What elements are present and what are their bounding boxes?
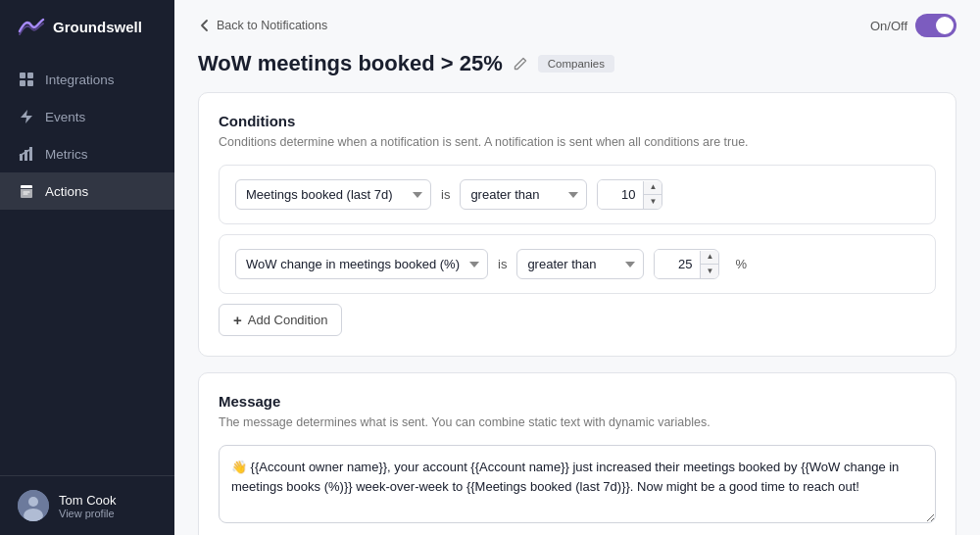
avatar <box>18 490 49 521</box>
toggle-area: On/Off <box>870 14 956 37</box>
message-textarea[interactable] <box>219 445 936 523</box>
metrics-label: Metrics <box>45 147 88 162</box>
back-label: Back to Notifications <box>217 19 327 32</box>
integrations-label: Integrations <box>45 73 115 87</box>
operator-select-1[interactable]: greater than <box>460 179 587 210</box>
user-info: Tom Cook View profile <box>59 493 117 519</box>
operator-select-2[interactable]: greater than <box>516 249 644 279</box>
message-desc: The message determines what is sent. You… <box>219 415 936 429</box>
value-input-wrap-2: ▲ ▼ <box>654 249 719 279</box>
edit-icon[interactable] <box>513 56 528 72</box>
toggle-label: On/Off <box>870 19 907 33</box>
value-input-wrap-1: ▲ ▼ <box>597 179 662 210</box>
add-condition-button[interactable]: + Add Condition <box>219 304 342 336</box>
on-off-toggle[interactable] <box>915 14 956 37</box>
percent-label: % <box>735 257 747 271</box>
message-card: Message The message determines what is s… <box>198 372 956 535</box>
add-condition-label: Add Condition <box>248 313 328 327</box>
sidebar-item-integrations[interactable]: Integrations <box>0 61 174 98</box>
sidebar-item-metrics[interactable]: Metrics <box>0 135 174 172</box>
topbar: Back to Notifications On/Off <box>174 0 980 47</box>
conditions-card: Conditions Conditions determine when a n… <box>198 92 956 357</box>
value-input-2[interactable] <box>655 250 700 278</box>
content-area: Conditions Conditions determine when a n… <box>174 92 980 535</box>
action-icon <box>18 182 35 200</box>
svg-rect-0 <box>20 73 25 78</box>
condition-row-2: WoW change in meetings booked (%) is gre… <box>219 234 936 294</box>
svg-rect-1 <box>27 73 33 78</box>
grid-icon <box>18 71 35 88</box>
message-title: Message <box>219 393 936 410</box>
spin-down-1[interactable]: ▼ <box>644 195 662 209</box>
sidebar-item-actions[interactable]: Actions <box>0 172 174 210</box>
spinner-1: ▲ ▼ <box>643 181 662 209</box>
value-input-1[interactable] <box>598 180 643 209</box>
main-content: Back to Notifications On/Off WoW meeting… <box>174 0 980 535</box>
plus-icon: + <box>233 312 242 328</box>
is-label-2: is <box>498 257 507 271</box>
conditions-title: Conditions <box>219 113 936 129</box>
svg-rect-2 <box>20 80 25 86</box>
sidebar-item-events[interactable]: Events <box>0 98 174 135</box>
lightning-icon <box>18 108 35 125</box>
user-profile[interactable]: Tom Cook View profile <box>0 475 174 535</box>
user-name: Tom Cook <box>59 493 117 508</box>
page-header: WoW meetings booked > 25% Companies <box>174 47 980 92</box>
field-select-1[interactable]: Meetings booked (last 7d) <box>235 179 431 210</box>
logo-area: Groundswell <box>0 0 174 53</box>
sidebar: Groundswell Integrations Events <box>0 0 174 535</box>
spin-up-1[interactable]: ▲ <box>644 181 662 195</box>
is-label-1: is <box>441 187 450 202</box>
back-arrow-icon <box>198 19 212 32</box>
spin-down-2[interactable]: ▼ <box>701 265 718 278</box>
field-select-2[interactable]: WoW change in meetings booked (%) <box>235 249 488 279</box>
conditions-desc: Conditions determine when a notification… <box>219 135 936 149</box>
events-label: Events <box>45 110 85 124</box>
back-link[interactable]: Back to Notifications <box>198 19 327 32</box>
logo-text: Groundswell <box>53 19 142 35</box>
condition-row-1: Meetings booked (last 7d) is greater tha… <box>219 165 936 224</box>
logo-icon <box>18 16 45 37</box>
svg-rect-6 <box>29 147 32 161</box>
companies-tag[interactable]: Companies <box>538 55 614 73</box>
spin-up-2[interactable]: ▲ <box>701 251 718 265</box>
page-title: WoW meetings booked > 25% <box>198 51 503 76</box>
actions-label: Actions <box>45 184 88 199</box>
sidebar-nav: Integrations Events Metrics <box>0 53 174 475</box>
view-profile-link[interactable]: View profile <box>59 508 117 519</box>
spinner-2: ▲ ▼ <box>700 251 718 278</box>
svg-rect-3 <box>27 80 33 86</box>
svg-point-8 <box>28 497 38 507</box>
chart-icon <box>18 145 35 163</box>
